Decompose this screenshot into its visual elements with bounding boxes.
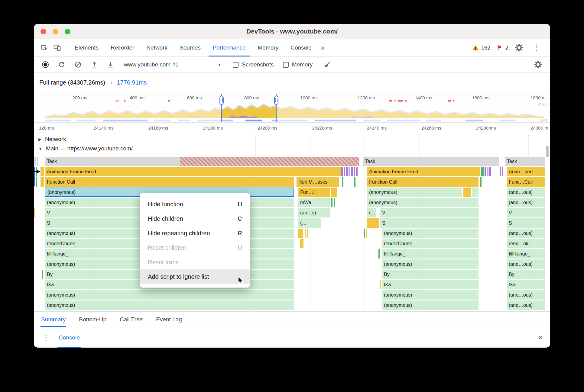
flame-bar[interactable]: V [507, 208, 545, 217]
flame-sliver[interactable] [41, 167, 44, 176]
tab-memory[interactable]: Memory [252, 39, 285, 56]
flame-bar[interactable]: (ano…ous) [507, 290, 545, 300]
collect-garbage-button[interactable] [322, 59, 332, 70]
tab-elements[interactable]: Elements [69, 39, 105, 56]
flame-bar[interactable]: Fun…ll [298, 188, 330, 197]
flame-bar[interactable]: (anonymous) [382, 259, 479, 269]
flame-bar[interactable]: (ano…ous) [507, 188, 545, 197]
reload-and-record-button[interactable] [57, 59, 67, 70]
menu-item-hide-repeating-children[interactable]: Hide repeating children R [140, 226, 250, 240]
flame-sliver[interactable] [41, 177, 44, 187]
menu-item-hide-function[interactable]: Hide function H [140, 197, 250, 211]
flame-sliver[interactable] [300, 239, 303, 248]
flame-bar[interactable]: V [380, 208, 479, 217]
menu-item-add-script-to-ignore-list[interactable]: Add script to ignore list [140, 269, 250, 284]
flame-bar[interactable]: (anonymous) [382, 300, 479, 310]
overflow-menu-button[interactable]: ⋮ [530, 43, 543, 52]
flame-sliver[interactable] [305, 229, 306, 238]
flame-sliver[interactable] [472, 188, 479, 197]
flame-sliver[interactable] [341, 167, 343, 176]
flame-sliver[interactable] [502, 167, 503, 176]
tab-event-log[interactable]: Event Log [155, 312, 183, 327]
flame-sliver[interactable] [334, 198, 335, 207]
flame-bar[interactable]: (… [367, 208, 376, 217]
flame-bar[interactable]: Task [363, 157, 499, 166]
flame-bar[interactable]: (anonymous) [45, 290, 294, 300]
more-tabs-button[interactable]: » [318, 39, 328, 56]
flame-bar[interactable]: Animation Frame Fired [367, 167, 480, 176]
flame-sliver[interactable] [344, 167, 345, 176]
selected-range-label[interactable]: 1776.91ms [117, 79, 147, 86]
tree-collapsed-icon[interactable]: ▶ [38, 137, 41, 142]
flame-sliver[interactable] [489, 167, 491, 176]
flame-bar[interactable]: Function Call [45, 177, 294, 187]
flame-sliver[interactable] [364, 229, 365, 238]
tab-performance[interactable]: Performance [207, 39, 252, 56]
timeline-overview[interactable]: 200 ms400 ms600 ms800 ms1000 ms1200 ms14… [34, 92, 550, 123]
flame-bar[interactable]: Run M…asks [296, 177, 339, 187]
inspect-element-button[interactable] [38, 39, 51, 56]
track-network[interactable]: ▶ Network [38, 136, 66, 143]
flame-bar[interactable]: (… [298, 218, 321, 228]
flame-sliver[interactable] [298, 229, 303, 238]
flame-bar[interactable]: (anonymous) [382, 229, 479, 238]
capture-settings-button[interactable] [533, 59, 543, 70]
tab-console[interactable]: Console [284, 39, 318, 56]
window-right-handle[interactable] [274, 96, 278, 105]
flame-bar[interactable]: By [507, 270, 545, 279]
flame-sliver[interactable] [342, 177, 343, 187]
flame-bar[interactable]: (anonymous) [382, 290, 479, 300]
tab-recorder[interactable]: Recorder [105, 39, 140, 56]
flame-sliver[interactable] [463, 188, 471, 197]
flame-sliver[interactable] [380, 280, 381, 289]
flame-sliver[interactable] [331, 198, 333, 207]
flame-bar[interactable]: Function Call [367, 177, 479, 187]
flame-bar[interactable]: (ano…ous) [507, 300, 545, 310]
flame-sliver[interactable] [356, 167, 358, 176]
zoom-button[interactable] [65, 29, 70, 34]
flame-bar[interactable]: fillRange_ [507, 249, 545, 259]
flame-bar[interactable]: Func…Call [507, 177, 545, 187]
flame-bar[interactable]: rend…nk_ [507, 239, 545, 248]
flame-sliver[interactable] [42, 270, 43, 279]
flame-bar[interactable]: S [380, 218, 479, 228]
flamechart-area[interactable]: ▶ Network ▼ Main — https://www.youtube.c… [34, 134, 550, 311]
tree-expanded-icon[interactable]: ▼ [38, 146, 42, 151]
record-button[interactable] [41, 59, 50, 70]
close-button[interactable] [41, 29, 46, 34]
tab-sources[interactable]: Sources [174, 39, 207, 56]
screenshots-checkbox[interactable]: Screenshots [233, 61, 274, 68]
flame-bar[interactable]: Task [505, 157, 545, 166]
flame-sliver[interactable] [37, 157, 38, 166]
flame-sliver[interactable] [34, 208, 35, 217]
flame-bar[interactable]: mWa [298, 198, 330, 207]
flame-bar[interactable]: (anonymous) [45, 300, 294, 310]
close-drawer-button[interactable]: × [538, 327, 543, 348]
flame-sliver[interactable] [307, 229, 308, 238]
flame-bar[interactable]: (anonymous) [367, 198, 479, 207]
flame-sliver[interactable] [481, 167, 484, 176]
flame-sliver[interactable] [331, 188, 337, 197]
flame-sliver[interactable] [36, 177, 37, 187]
flame-sliver[interactable] [485, 167, 486, 176]
vertical-scrollbar-thumb[interactable] [546, 146, 549, 157]
device-toolbar-button[interactable] [51, 39, 63, 56]
flame-sliver[interactable] [378, 249, 380, 259]
flame-bar[interactable]: S [507, 218, 545, 228]
flame-sliver[interactable] [349, 167, 350, 176]
window-left-handle[interactable] [219, 96, 224, 105]
flame-sliver[interactable] [367, 218, 379, 228]
flame-sliver[interactable] [354, 177, 355, 187]
flame-bar[interactable]: (ano…ous) [507, 259, 545, 269]
warnings-badge[interactable]: 162 [472, 45, 490, 51]
tab-network[interactable]: Network [140, 39, 174, 56]
flame-bar[interactable]: fillRange_ [382, 249, 479, 259]
flame-bar[interactable]: By [382, 270, 479, 279]
full-range-label[interactable]: Full range (34307.26ms) [39, 79, 105, 86]
flame-sliver[interactable] [351, 167, 353, 176]
flame-sliver[interactable] [366, 229, 367, 238]
flame-bar[interactable]: Anim…ired [507, 167, 545, 176]
tab-call-tree[interactable]: Call Tree [119, 312, 143, 327]
save-profile-button[interactable] [106, 59, 115, 70]
history-select[interactable]: www.youtube.com #1 ▾ [124, 61, 224, 68]
